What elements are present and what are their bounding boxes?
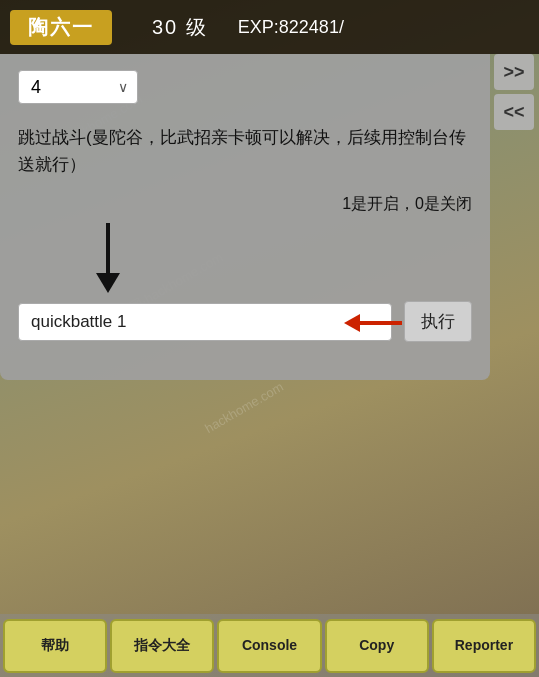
svg-marker-3 <box>344 314 360 332</box>
toolbar-help-button[interactable]: 帮助 <box>3 619 107 673</box>
bottom-toolbar: 帮助 指令大全 Console Copy Reporter <box>0 614 539 677</box>
nav-forward-button[interactable]: >> <box>494 54 534 90</box>
toolbar-copy-button[interactable]: Copy <box>325 619 429 673</box>
nav-arrows: >> << <box>489 54 539 134</box>
toolbar-console-button[interactable]: Console <box>217 619 321 673</box>
value-select[interactable]: 4 1 2 3 5 <box>18 70 138 104</box>
toolbar-reporter-button[interactable]: Reporter <box>432 619 536 673</box>
description-text: 跳过战斗(曼陀谷，比武招亲卡顿可以解决，后续用控制台传送就行） <box>18 124 472 178</box>
main-panel: 4 1 2 3 5 ∨ 跳过战斗(曼陀谷，比武招亲卡顿可以解决，后续用控制台传送… <box>0 54 490 380</box>
nav-back-button[interactable]: << <box>494 94 534 130</box>
hint-text: 1是开启，0是关闭 <box>342 194 472 215</box>
player-name: 陶六一 <box>10 10 112 45</box>
execute-button[interactable]: 执行 <box>404 301 472 342</box>
black-arrow-down-icon <box>88 223 128 293</box>
svg-marker-1 <box>96 273 120 293</box>
dropdown-row: 4 1 2 3 5 ∨ <box>18 70 472 104</box>
player-level: 30 级 <box>152 14 208 41</box>
command-input[interactable] <box>18 303 392 341</box>
arrow-area <box>28 223 472 293</box>
dropdown-wrapper: 4 1 2 3 5 ∨ <box>18 70 138 104</box>
player-exp: EXP:822481/ <box>238 17 344 38</box>
header-bar: 陶六一 30 级 EXP:822481/ <box>0 0 539 54</box>
red-arrow-left-icon <box>344 308 404 338</box>
hint-row: 1是开启，0是关闭 <box>18 194 472 215</box>
input-row: 执行 <box>18 301 472 342</box>
toolbar-commands-button[interactable]: 指令大全 <box>110 619 214 673</box>
